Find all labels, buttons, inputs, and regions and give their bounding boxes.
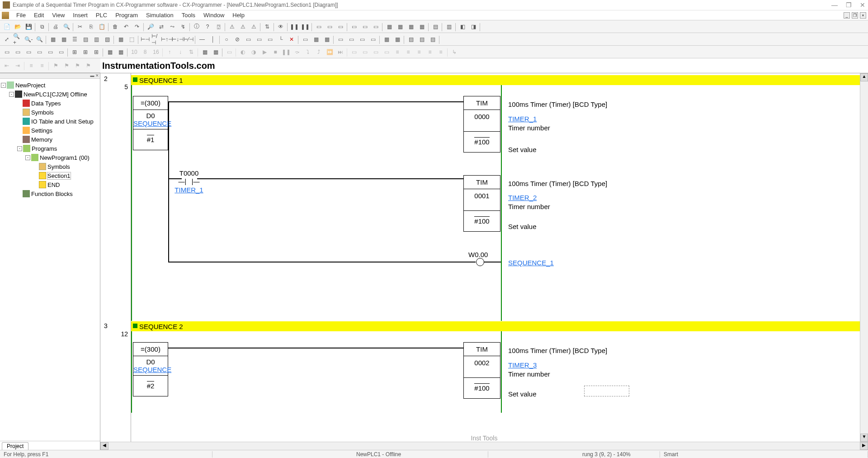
- t3h-icon[interactable]: ⊞: [80, 47, 90, 57]
- tree-psymbols[interactable]: Symbols: [47, 163, 70, 170]
- scroll-right-icon[interactable]: ▶: [860, 442, 868, 450]
- tb10-icon[interactable]: ▦: [417, 22, 427, 32]
- tree-program1[interactable]: NewProgram1 (00): [40, 154, 90, 161]
- timer2-link[interactable]: TIMER_2: [508, 194, 537, 201]
- tree-datatypes[interactable]: Data Types: [31, 100, 61, 107]
- delete-icon[interactable]: 🗑: [110, 22, 120, 32]
- t3b-icon[interactable]: ▭: [13, 47, 23, 57]
- t2d-icon[interactable]: ▭: [335, 34, 345, 44]
- t3j-icon[interactable]: ▦: [105, 47, 115, 57]
- timer1-link[interactable]: TIMER_1: [508, 115, 537, 123]
- func3-icon[interactable]: ▭: [265, 34, 275, 44]
- info-icon[interactable]: ⓘ: [192, 22, 202, 32]
- menu-help[interactable]: Help: [229, 11, 248, 19]
- tree-project[interactable]: NewProject: [15, 82, 45, 89]
- tb1-icon[interactable]: ▭: [314, 22, 324, 32]
- tree-fb[interactable]: Function Blocks: [31, 191, 73, 197]
- t3e-icon[interactable]: ▭: [45, 47, 55, 57]
- tb14-icon[interactable]: ◨: [468, 22, 478, 32]
- tb4-icon[interactable]: ▭: [349, 22, 359, 32]
- coil-icon[interactable]: ○: [222, 34, 231, 44]
- output-coil[interactable]: [476, 258, 484, 266]
- t2k-icon[interactable]: ▤: [417, 34, 427, 44]
- timer-block-3[interactable]: TIM 0002 #100: [463, 342, 500, 399]
- menu-program[interactable]: Program: [112, 11, 142, 19]
- t2b-icon[interactable]: ▦: [311, 34, 321, 44]
- tb13-icon[interactable]: ◧: [458, 22, 467, 32]
- t2f-icon[interactable]: ▭: [357, 34, 367, 44]
- t2l-icon[interactable]: ▤: [428, 34, 438, 44]
- t2a-icon[interactable]: ▭: [300, 34, 310, 44]
- scroll-track[interactable]: [108, 442, 860, 450]
- tb6-icon[interactable]: ▭: [371, 22, 381, 32]
- contact-no-icon[interactable]: ⊢⊣: [140, 34, 150, 44]
- maximize-button[interactable]: ❐: [846, 1, 852, 9]
- transfer-icon[interactable]: ⇅: [262, 22, 272, 32]
- menu-insert[interactable]: Insert: [69, 11, 91, 19]
- replace-icon[interactable]: ⇄: [156, 22, 166, 32]
- view3-icon[interactable]: ☰: [70, 34, 80, 44]
- paste-icon[interactable]: 📋: [97, 22, 107, 32]
- del-line-icon[interactable]: ✕: [287, 34, 297, 44]
- tb9-icon[interactable]: ▦: [406, 22, 416, 32]
- tb11-icon[interactable]: ▤: [430, 22, 440, 32]
- undo-icon[interactable]: ↶: [121, 22, 131, 32]
- view6-icon[interactable]: ▧: [102, 34, 112, 44]
- print-icon[interactable]: 🖨: [51, 22, 61, 32]
- horizontal-scrollbar[interactable]: ◀ ▶: [100, 442, 868, 450]
- menu-window[interactable]: Window: [200, 11, 228, 19]
- t3d-icon[interactable]: ▭: [34, 47, 44, 57]
- compare-block[interactable]: =(300) D0 SEQUENCE #1: [133, 96, 168, 150]
- menu-tools[interactable]: Tools: [178, 11, 199, 19]
- func-icon[interactable]: ▭: [243, 34, 253, 44]
- cut-icon[interactable]: ✂: [75, 22, 85, 32]
- panel-close-icon[interactable]: ▬ ✕: [0, 73, 100, 79]
- goto-icon[interactable]: ↯: [178, 22, 188, 32]
- zoom-sel-icon[interactable]: 🔍: [34, 34, 44, 44]
- expand-icon[interactable]: -: [1, 83, 6, 88]
- find-next-icon[interactable]: ⤳: [167, 22, 177, 32]
- t2i-icon[interactable]: ▦: [392, 34, 402, 44]
- sequence1-link[interactable]: SEQUENCE_1: [508, 259, 554, 267]
- mdi-close[interactable]: ×: [860, 12, 866, 19]
- line-icon[interactable]: └: [276, 34, 286, 44]
- t2e-icon[interactable]: ▭: [346, 34, 356, 44]
- timer-block-1[interactable]: TIM 0000 #100: [463, 96, 500, 153]
- menu-simulation[interactable]: Simulation: [142, 11, 177, 19]
- tb3-icon[interactable]: ▭: [335, 22, 345, 32]
- sim2-icon[interactable]: ▦: [211, 47, 221, 57]
- zoom-out-icon[interactable]: 🔍-: [24, 34, 33, 44]
- mdi-restore[interactable]: ❐: [852, 12, 858, 19]
- grid-icon[interactable]: ▦: [116, 34, 126, 44]
- t3c-icon[interactable]: ▭: [24, 47, 33, 57]
- compare-icon[interactable]: ⧉: [37, 22, 47, 32]
- expand-icon[interactable]: -: [17, 146, 22, 151]
- project-tree[interactable]: - NewProject - NewPLC1[CJ2M] Offline Dat…: [0, 79, 100, 441]
- seq-link[interactable]: SEQUENCE: [133, 366, 168, 373]
- contact-not-icon[interactable]: ⊢∕⊣: [184, 34, 193, 44]
- warn2-icon[interactable]: ⚠: [238, 22, 248, 32]
- expand-icon[interactable]: -: [9, 92, 14, 97]
- tab-project[interactable]: Project: [2, 442, 28, 450]
- tree-plc[interactable]: NewPLC1[CJ2M] Offline: [24, 91, 87, 98]
- ladder-canvas[interactable]: SEQUENCE 1 =(300) D0 SEQUENCE #1: [131, 73, 860, 442]
- view5-icon[interactable]: ▥: [91, 34, 101, 44]
- t3k-icon[interactable]: ▦: [116, 47, 126, 57]
- contact-name[interactable]: TIMER_1: [172, 186, 206, 194]
- tree-memory[interactable]: Memory: [31, 136, 52, 143]
- compare-block-2[interactable]: =(300) D0 SEQUENCE #2: [133, 342, 168, 396]
- view4-icon[interactable]: ▤: [80, 34, 90, 44]
- save-icon[interactable]: 💾: [24, 22, 33, 32]
- scroll-up-icon[interactable]: ▲: [860, 73, 868, 81]
- zoom-in-icon[interactable]: 🔍+: [13, 34, 23, 44]
- pause1-icon[interactable]: ❚❚: [289, 22, 299, 32]
- hline-icon[interactable]: —: [197, 34, 207, 44]
- warn3-icon[interactable]: ⚠: [249, 22, 259, 32]
- open-icon[interactable]: 📂: [13, 22, 23, 32]
- mdi-minimize[interactable]: _: [844, 12, 850, 19]
- tb5-icon[interactable]: ▭: [360, 22, 370, 32]
- zoom-fit-icon[interactable]: ⤢: [2, 34, 12, 44]
- view2-icon[interactable]: ▦: [59, 34, 69, 44]
- scroll-down-icon[interactable]: ▼: [860, 434, 868, 442]
- tree-settings[interactable]: Settings: [31, 127, 52, 134]
